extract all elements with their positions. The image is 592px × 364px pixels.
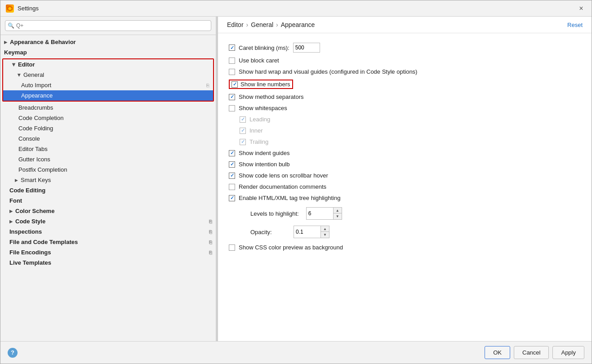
opacity-row: Opacity: ▲ ▼ bbox=[229, 222, 581, 242]
sidebar-item-console[interactable]: Console bbox=[0, 133, 216, 144]
copy-icon: ⎘ bbox=[206, 83, 209, 88]
content-header: Editor › General › Appearance Reset bbox=[218, 17, 592, 33]
sidebar-item-appearance[interactable]: Appearance bbox=[3, 90, 213, 101]
show-whitespaces-label: Show whitespaces bbox=[239, 105, 287, 111]
search-box: 🔍 bbox=[0, 17, 216, 35]
sidebar-item-breadcrumbs[interactable]: Breadcrumbs bbox=[0, 102, 216, 113]
sidebar-item-code-completion[interactable]: Code Completion bbox=[0, 113, 216, 123]
show-method-separators-label: Show method separators bbox=[239, 93, 304, 100]
show-hard-wrap-checkbox[interactable] bbox=[229, 69, 235, 75]
levels-down-btn[interactable]: ▼ bbox=[334, 213, 342, 219]
opacity-input[interactable] bbox=[294, 226, 320, 238]
help-button[interactable]: ? bbox=[8, 348, 18, 358]
show-method-separators-row: Show method separators bbox=[229, 91, 581, 102]
tree-area: ▶ Appearance & Behavior Keymap ▶ Editor bbox=[0, 35, 216, 341]
levels-spinner: ▲ ▼ bbox=[306, 207, 342, 220]
copy-icon: ⎘ bbox=[209, 229, 212, 235]
sidebar-item-file-encodings[interactable]: File Encodings ⎘ bbox=[0, 247, 216, 257]
enable-html-xml-row: Enable HTML/XML tag tree highlighting bbox=[229, 192, 581, 204]
leading-label: Leading bbox=[249, 116, 270, 123]
show-hard-wrap-row: Show hard wrap and visual guides (config… bbox=[229, 66, 581, 77]
opacity-down-btn[interactable]: ▼ bbox=[321, 232, 329, 238]
ok-button[interactable]: OK bbox=[485, 346, 510, 359]
annotation-arrow bbox=[218, 77, 224, 92]
caret-blinking-label: Caret blinking (ms): bbox=[239, 44, 289, 51]
use-block-caret-checkbox[interactable] bbox=[229, 58, 235, 64]
sidebar-item-color-scheme[interactable]: ▶ Color Scheme bbox=[0, 206, 216, 216]
levels-input[interactable] bbox=[306, 207, 333, 220]
show-indent-guides-row: Show indent guides bbox=[229, 147, 581, 159]
app-icon bbox=[6, 4, 14, 13]
main-area: 🔍 ▶ Appearance & Behavior Keymap bbox=[0, 17, 592, 341]
show-intention-bulb-checkbox[interactable] bbox=[229, 161, 235, 168]
trailing-label: Trailing bbox=[249, 138, 268, 145]
inner-row: Inner bbox=[229, 125, 581, 136]
sidebar-item-live-templates[interactable]: Live Templates bbox=[0, 257, 216, 268]
content-area: Editor › General › Appearance Reset Care… bbox=[218, 17, 592, 341]
sidebar-item-editor-tabs[interactable]: Editor Tabs bbox=[0, 144, 216, 154]
sidebar-item-postfix-completion[interactable]: Postfix Completion bbox=[0, 164, 216, 175]
show-line-numbers-checkbox[interactable] bbox=[231, 81, 238, 88]
reset-button[interactable]: Reset bbox=[567, 22, 583, 28]
search-input[interactable] bbox=[5, 20, 211, 31]
show-method-separators-checkbox[interactable] bbox=[229, 94, 235, 100]
inner-checkbox[interactable] bbox=[240, 128, 246, 134]
copy-icon: ⎘ bbox=[209, 250, 212, 255]
sidebar-item-font[interactable]: Font bbox=[0, 195, 216, 206]
settings-dialog: Settings × 🔍 ▶ Appearance & Behavior bbox=[0, 0, 592, 364]
sidebar-item-code-folding[interactable]: Code Folding bbox=[0, 123, 216, 133]
close-button[interactable]: × bbox=[576, 4, 586, 13]
use-block-caret-row: Use block caret bbox=[229, 55, 581, 66]
sidebar-item-inspections[interactable]: Inspections ⎘ bbox=[0, 226, 216, 237]
apply-button[interactable]: Apply bbox=[552, 346, 584, 359]
triangle-icon: ▶ bbox=[4, 40, 7, 44]
triangle-icon: ▶ bbox=[15, 178, 18, 182]
opacity-up-btn[interactable]: ▲ bbox=[321, 226, 329, 232]
sidebar-item-general[interactable]: ▶ General bbox=[3, 70, 213, 80]
show-css-color-checkbox[interactable] bbox=[229, 244, 235, 251]
sidebar-item-editor[interactable]: ▶ Editor bbox=[3, 59, 213, 70]
render-docs-checkbox[interactable] bbox=[229, 184, 235, 190]
show-code-lens-row: Show code lens on scrollbar hover bbox=[229, 170, 581, 181]
triangle-icon: ▶ bbox=[12, 63, 16, 66]
show-whitespaces-checkbox[interactable] bbox=[229, 105, 235, 111]
show-indent-guides-checkbox[interactable] bbox=[229, 150, 235, 156]
show-css-color-row: Show CSS color preview as background bbox=[229, 242, 581, 253]
opacity-spinner: ▲ ▼ bbox=[294, 226, 329, 238]
triangle-icon: ▶ bbox=[9, 219, 13, 224]
sidebar-item-keymap[interactable]: Keymap bbox=[0, 47, 216, 58]
sidebar-item-code-style[interactable]: ▶ Code Style ⎘ bbox=[0, 216, 216, 226]
enable-html-xml-label: Enable HTML/XML tag tree highlighting bbox=[239, 195, 340, 201]
sidebar-item-file-code-templates[interactable]: File and Code Templates ⎘ bbox=[0, 237, 216, 247]
search-icon: 🔍 bbox=[8, 22, 14, 29]
show-indent-guides-label: Show indent guides bbox=[239, 150, 289, 156]
title-bar: Settings × bbox=[0, 0, 592, 17]
sidebar-item-smart-keys[interactable]: ▶ Smart Keys bbox=[0, 175, 216, 185]
use-block-caret-label: Use block caret bbox=[239, 57, 279, 64]
cancel-button[interactable]: Cancel bbox=[514, 346, 549, 359]
triangle-icon: ▶ bbox=[9, 209, 13, 213]
caret-blinking-checkbox[interactable] bbox=[229, 44, 235, 51]
opacity-spinner-buttons: ▲ ▼ bbox=[320, 226, 329, 238]
sidebar-item-appearance-behavior[interactable]: ▶ Appearance & Behavior bbox=[0, 37, 216, 47]
breadcrumb-sep: › bbox=[276, 21, 278, 28]
levels-up-btn[interactable]: ▲ bbox=[334, 208, 342, 213]
trailing-row: Trailing bbox=[229, 136, 581, 147]
copy-icon: ⎘ bbox=[209, 240, 212, 245]
show-code-lens-checkbox[interactable] bbox=[229, 173, 235, 179]
enable-html-xml-checkbox[interactable] bbox=[229, 195, 235, 201]
sidebar-item-code-editing[interactable]: Code Editing bbox=[0, 185, 216, 195]
copy-icon: ⎘ bbox=[209, 219, 212, 224]
editor-outline: ▶ Editor ▶ General Auto Import ⎘ bbox=[2, 58, 214, 102]
bottom-bar: ? OK Cancel Apply bbox=[0, 341, 592, 364]
sidebar-item-auto-import[interactable]: Auto Import ⎘ bbox=[3, 80, 213, 90]
show-css-color-label: Show CSS color preview as background bbox=[239, 244, 343, 251]
caret-blinking-input[interactable] bbox=[293, 43, 320, 53]
trailing-checkbox[interactable] bbox=[240, 139, 246, 145]
leading-checkbox[interactable] bbox=[240, 116, 246, 123]
bottom-buttons: OK Cancel Apply bbox=[485, 346, 584, 359]
sidebar-item-gutter-icons[interactable]: Gutter Icons bbox=[0, 154, 216, 164]
content-scroll: Caret blinking (ms): Use block caret Sho… bbox=[218, 33, 592, 341]
breadcrumb: Editor › General › Appearance bbox=[227, 21, 315, 28]
leading-row: Leading bbox=[229, 114, 581, 125]
